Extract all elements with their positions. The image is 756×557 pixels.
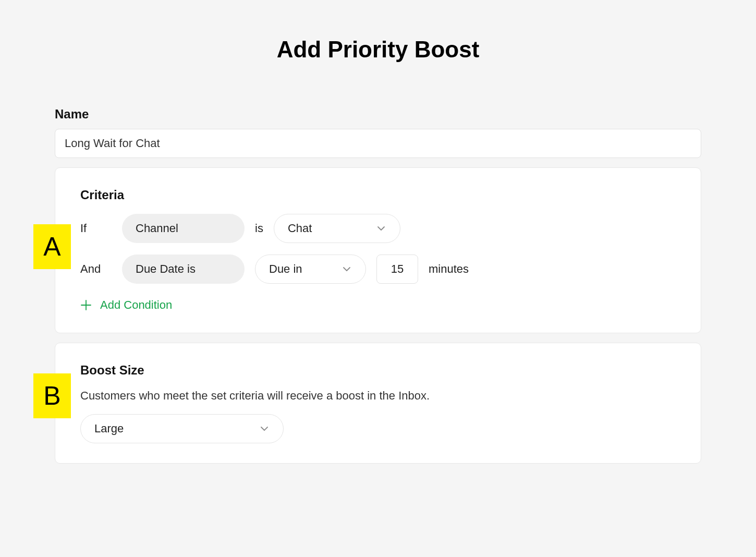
boost-heading: Boost Size [80, 363, 676, 378]
chevron-down-icon [259, 423, 270, 434]
criteria-attribute-due-date[interactable]: Due Date is [122, 255, 245, 284]
page-title: Add Priority Boost [55, 37, 701, 63]
criteria-unit-label: minutes [429, 262, 469, 276]
chevron-down-icon [342, 264, 352, 274]
plus-icon [80, 299, 92, 311]
boost-panel: Boost Size Customers who meet the set cr… [55, 343, 701, 464]
criteria-row-1: If Channel is Chat [80, 214, 676, 243]
boost-description: Customers who meet the set criteria will… [80, 389, 676, 403]
name-input[interactable] [55, 129, 701, 158]
boost-size-value: Large [94, 422, 124, 435]
boost-size-select[interactable]: Large [80, 414, 284, 443]
criteria-panel: Criteria If Channel is Chat And Due Date… [55, 167, 701, 333]
annotation-marker-a: A [33, 224, 71, 269]
criteria-comparator-select[interactable]: Due in [255, 255, 366, 284]
criteria-heading: Criteria [80, 188, 676, 202]
criteria-row-2: And Due Date is Due in minutes [80, 255, 676, 284]
add-condition-button[interactable]: Add Condition [80, 298, 172, 312]
criteria-prefix-if: If [80, 222, 112, 235]
criteria-prefix-and: And [80, 262, 112, 276]
criteria-value-label: Chat [288, 222, 312, 235]
page-container: Add Priority Boost Name Criteria If Chan… [0, 0, 756, 464]
add-condition-label: Add Condition [100, 298, 172, 312]
criteria-value-select[interactable]: Chat [274, 214, 400, 243]
chevron-down-icon [376, 223, 386, 234]
name-label: Name [55, 107, 701, 122]
criteria-number-input[interactable] [376, 255, 418, 284]
annotation-marker-b: B [33, 373, 71, 418]
criteria-operator-is: is [255, 222, 263, 235]
criteria-comparator-label: Due in [269, 262, 302, 276]
criteria-attribute-channel[interactable]: Channel [122, 214, 245, 243]
